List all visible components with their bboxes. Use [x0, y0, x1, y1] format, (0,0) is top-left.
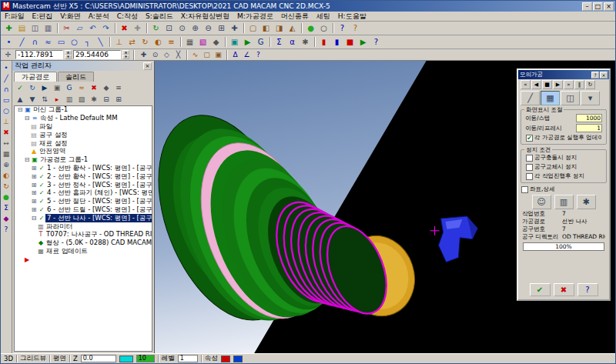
- settings-button[interactable]: ✱: [299, 36, 312, 48]
- tree-item[interactable]: ⊟✓7 - 선반 나사 - [WCS: 평면] - [공구평면: (선반 상단: [15, 214, 152, 222]
- tree-item[interactable]: TT0707: 나사공구 - OD THREAD RIGHT - SMAL: [15, 231, 152, 239]
- collapse-button[interactable]: ⊟: [100, 94, 112, 104]
- panel-title-bar[interactable]: 작업 관리자 ×: [12, 61, 154, 71]
- attributes-button[interactable]: ◆: [209, 36, 223, 48]
- mru-circle-button[interactable]: ○: [1, 105, 12, 116]
- spline-button[interactable]: ≈: [42, 36, 55, 48]
- new-file-button[interactable]: ✚: [2, 22, 15, 34]
- redo-button[interactable]: ↷: [99, 22, 112, 34]
- print-button[interactable]: ▥: [42, 22, 55, 34]
- go-to-start-button[interactable]: «: [521, 80, 531, 89]
- menu-help[interactable]: H:도움말: [334, 12, 370, 22]
- levels-button[interactable]: ▦: [183, 36, 196, 48]
- mru-rotate-button[interactable]: ↻: [1, 181, 12, 192]
- midpoint-snap-button[interactable]: ◇: [161, 50, 172, 60]
- zoom-in-button[interactable]: ⊕: [189, 22, 202, 34]
- trim-button[interactable]: ⊥: [112, 36, 126, 48]
- maximize-button[interactable]: □: [593, 2, 603, 11]
- circle-button[interactable]: ○: [68, 36, 81, 48]
- delete-ops-button[interactable]: ✖: [88, 82, 100, 92]
- dialog-title-bar[interactable]: 모의가공 ?×: [518, 70, 609, 79]
- tree-item[interactable]: ▤재료 설정: [15, 139, 152, 148]
- mru-levels-button[interactable]: ▦: [1, 149, 12, 159]
- mirror-button[interactable]: ◐: [152, 36, 165, 48]
- tree-item[interactable]: ⊟▣머신 그룹-1: [15, 106, 152, 115]
- translate-button[interactable]: ⇄: [126, 36, 139, 48]
- mru-mirror-button[interactable]: ◐: [1, 170, 12, 181]
- wireframe-button[interactable]: ○: [317, 22, 330, 34]
- update-after-each-checkbox[interactable]: ✔각 가공경로 실행후 업데이트: [523, 133, 604, 142]
- mru-line-button[interactable]: ╱: [1, 73, 12, 84]
- point-snap-button[interactable]: ⊙: [149, 50, 161, 60]
- ribbon-help-button[interactable]: ?: [253, 50, 264, 60]
- menu-solids[interactable]: S:솔리드: [142, 12, 177, 22]
- graphics-viewport[interactable]: 모의가공 ?× «◀■▶»‖↻ ╱▦◫▾ 화면표시 조절 이동/스텝 1000 …: [155, 61, 615, 353]
- status-linewidth-field[interactable]: 10: [136, 355, 155, 362]
- moves-refresh-field[interactable]: 1: [576, 124, 602, 132]
- expand-button[interactable]: ⊞: [112, 94, 125, 104]
- chain-mode-button[interactable]: ∿: [189, 50, 201, 60]
- move-insert-down-button[interactable]: ▼: [26, 94, 38, 104]
- tree-item[interactable]: ⊞✓4 - 선반 홈파기 (체인) - [WCS: 평면] - [공구평면:: [15, 189, 152, 198]
- verify-button[interactable]: ▣: [51, 82, 63, 92]
- repaint-button[interactable]: ↻: [149, 22, 162, 34]
- operator-detail-button[interactable]: ☺: [532, 195, 551, 209]
- stop-condition-checkbox-3[interactable]: 각 작업진행후 정지: [523, 172, 604, 181]
- status-plane-label[interactable]: 평면: [53, 354, 66, 363]
- move-insert-up-button[interactable]: ▲: [14, 94, 26, 104]
- menu-file[interactable]: F:파일: [1, 12, 28, 22]
- gview-front-button[interactable]: ◧: [259, 22, 273, 34]
- tree-item[interactable]: ▲안전영역: [15, 148, 152, 156]
- toolpath-button[interactable]: ▣: [228, 36, 241, 48]
- machine-sim-button[interactable]: ▶: [241, 36, 254, 48]
- mru-shade-button[interactable]: ●: [1, 192, 12, 202]
- menu-create[interactable]: C:작성: [113, 12, 142, 22]
- undelete-button[interactable]: ✚: [131, 22, 144, 34]
- moves-step-field[interactable]: 1000: [576, 114, 602, 122]
- zoom-target-button[interactable]: ⊙: [176, 22, 189, 34]
- dialog-help-button[interactable]: ?: [591, 72, 599, 78]
- show-toolpath-toggle[interactable]: ╱: [521, 91, 540, 105]
- status-z-field[interactable]: 0.0: [81, 355, 116, 362]
- line-button[interactable]: ╱: [15, 36, 28, 48]
- point-button[interactable]: •: [2, 36, 15, 48]
- fillet-button[interactable]: ┐: [81, 36, 94, 48]
- tree-item[interactable]: ▥파라미터: [15, 222, 152, 231]
- plane-select-button[interactable]: ▢: [201, 50, 213, 60]
- tree-item[interactable]: ⊞✓6 - 선반 드릴 - [WCS: 평면] - [공구평면: (선반 상단: [15, 206, 152, 215]
- zoom-window-button[interactable]: ⊡: [162, 22, 176, 34]
- rotate-button[interactable]: ↻: [139, 36, 152, 48]
- display-options-button2[interactable]: ▾: [581, 91, 600, 105]
- step-back-button[interactable]: ◀: [531, 80, 541, 89]
- play-button[interactable]: ▶: [553, 80, 563, 89]
- menu-toolpaths[interactable]: M:가공경로: [233, 12, 277, 22]
- status-chip-blue[interactable]: [233, 356, 243, 362]
- select-all-ops-button[interactable]: ✓: [14, 82, 26, 92]
- coords-detail-checkbox[interactable]: 좌표,상세: [518, 185, 609, 194]
- mru-sigma-button[interactable]: Σ: [1, 202, 12, 213]
- status-level-label[interactable]: 레벨: [162, 354, 175, 363]
- cut-button[interactable]: ✂: [60, 22, 73, 34]
- tree-item[interactable]: ⊞✓5 - 선반 절단 - [WCS: 평면] - [공구평면: (선반 상: [15, 198, 152, 206]
- mru-measure-button[interactable]: ↔: [1, 138, 12, 149]
- status-color-chip[interactable]: [119, 356, 133, 362]
- loop-button[interactable]: ↻: [585, 80, 595, 89]
- delete-button[interactable]: ✖: [118, 22, 131, 34]
- mru-rect-button[interactable]: ▭: [1, 95, 12, 105]
- autocursor-button[interactable]: ✚: [138, 50, 149, 60]
- show-holder-toggle[interactable]: ◫: [561, 91, 580, 105]
- undo-button[interactable]: ↶: [86, 22, 99, 34]
- arc-button[interactable]: ∩: [28, 36, 42, 48]
- filter-button[interactable]: ▧: [75, 94, 88, 104]
- mru-attr-button[interactable]: ◆: [1, 213, 12, 224]
- gview-top-button[interactable]: ▢: [246, 22, 259, 34]
- status-z-label[interactable]: Z: [73, 355, 78, 362]
- minimize-button[interactable]: –: [582, 2, 592, 11]
- flag-red-button[interactable]: ▮: [317, 36, 330, 48]
- menu-analyze[interactable]: A:분석: [85, 12, 113, 22]
- wcs-button[interactable]: ▣: [213, 50, 224, 60]
- tab-solids[interactable]: 솔리드: [58, 72, 94, 82]
- flag-blue-button[interactable]: ▮: [330, 36, 343, 48]
- cancel-button[interactable]: ✖: [554, 283, 574, 296]
- tree-item[interactable]: ⊞✓3 - 선반 정삭 - [WCS: 평면] - [공구평면: (선반 상: [15, 181, 152, 189]
